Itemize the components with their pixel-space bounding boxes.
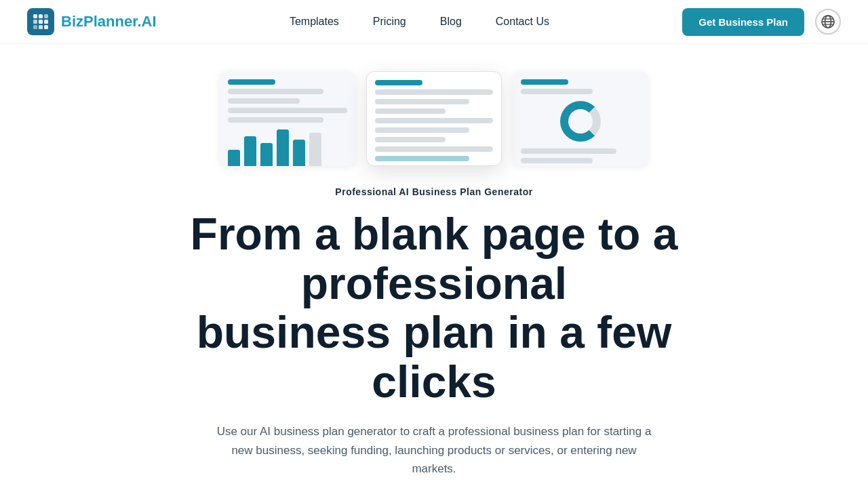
- svg-rect-0: [33, 14, 37, 18]
- logo-icon: [27, 8, 54, 35]
- logo-text: BizPlanner.AI: [61, 13, 157, 30]
- nav-templates[interactable]: Templates: [290, 16, 339, 27]
- svg-rect-4: [39, 20, 43, 24]
- nav-links: Templates Pricing Blog Contact Us: [290, 16, 549, 28]
- preview-card-left: [220, 71, 355, 166]
- navbar: BizPlanner.AI Templates Pricing Blog Con…: [0, 0, 868, 44]
- hero-description: Use our AI business plan generator to cr…: [210, 422, 658, 478]
- language-button[interactable]: [815, 9, 841, 35]
- nav-right: Get Business Plan: [682, 8, 841, 36]
- nav-cta-button[interactable]: Get Business Plan: [682, 8, 804, 36]
- svg-rect-8: [44, 25, 48, 29]
- preview-card-center: [366, 71, 502, 166]
- logo[interactable]: BizPlanner.AI: [27, 8, 157, 35]
- preview-card-right: [513, 71, 648, 166]
- nav-blog[interactable]: Blog: [440, 16, 462, 27]
- svg-rect-3: [33, 20, 37, 24]
- svg-rect-2: [44, 14, 48, 18]
- preview-cards-row: [220, 71, 648, 166]
- donut-chart: [560, 101, 601, 142]
- nav-pricing[interactable]: Pricing: [373, 16, 406, 27]
- hero-subtitle: Professional AI Business Plan Generator: [335, 186, 532, 197]
- svg-rect-1: [39, 14, 43, 18]
- hero-section: Professional AI Business Plan Generator …: [0, 44, 868, 488]
- svg-rect-7: [39, 25, 43, 29]
- nav-contact[interactable]: Contact Us: [496, 16, 549, 27]
- svg-rect-6: [33, 25, 37, 29]
- svg-rect-5: [44, 20, 48, 24]
- hero-title: From a blank page to a professional busi…: [129, 209, 739, 406]
